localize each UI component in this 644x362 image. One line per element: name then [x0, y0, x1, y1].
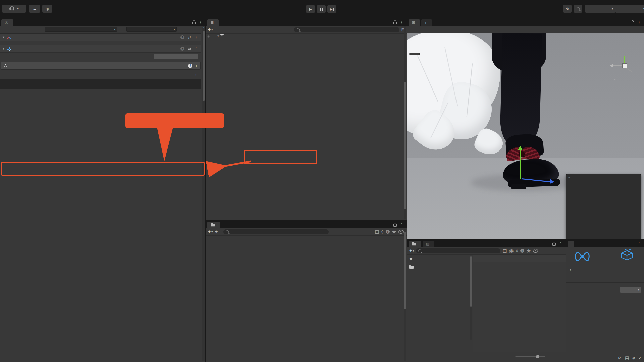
zoom-slider[interactable]: [515, 356, 545, 357]
kebab-menu-icon[interactable]: ⋮: [199, 20, 202, 25]
warning-filter-icon[interactable]: !: [520, 249, 524, 253]
drag-handle-icon[interactable]: =: [568, 176, 570, 179]
hierarchy-toolbar: +▾ ⊡: [206, 26, 407, 34]
lock-icon[interactable]: [631, 22, 634, 24]
foldout-icon: ▼: [2, 36, 5, 39]
open-window-icon[interactable]: ⊡: [502, 248, 507, 254]
scene-viewport[interactable]: ≡ =: [407, 33, 644, 239]
particle-module-icon: [3, 64, 8, 68]
favorites-filter-icon[interactable]: ★: [526, 248, 531, 254]
gizmo-view-label[interactable]: ≡: [614, 78, 617, 81]
foldout-icon[interactable]: ▼: [216, 35, 220, 38]
account-button[interactable]: ▾: [2, 5, 26, 13]
folder-icon: [412, 243, 416, 246]
warning-filter-icon[interactable]: !: [386, 230, 390, 234]
particle-system-list-header[interactable]: ! +: [1, 62, 201, 70]
presets-icon[interactable]: ⇄: [188, 35, 191, 40]
particle-system-header[interactable]: ▼ ?⇄⋮: [0, 45, 201, 53]
lock-icon[interactable]: [552, 243, 556, 246]
selection-rect: [510, 178, 518, 184]
tag-dropdown[interactable]: ▾: [45, 27, 117, 32]
asset-labels-icon[interactable]: ⬨: [381, 229, 383, 235]
expressions-parameter-usage-header[interactable]: ▼: [566, 268, 644, 272]
layout-dropdown[interactable]: ▾: [615, 5, 644, 13]
particle-main-module: [0, 70, 201, 71]
check-status-icon[interactable]: ✓: [638, 355, 642, 360]
gizmo-y-axis[interactable]: [520, 150, 521, 179]
project-right-search-input[interactable]: [416, 248, 500, 253]
tab-game[interactable]: ◗: [421, 19, 432, 26]
project-scrollbar[interactable]: [404, 229, 406, 361]
kebab-menu-icon[interactable]: ⋮: [637, 20, 641, 25]
favorites-header[interactable]: ★: [407, 256, 473, 261]
scene-root-row[interactable]: ◉ ▼: [206, 33, 403, 39]
asset-store-icon[interactable]: ◉: [509, 248, 514, 254]
lock-icon[interactable]: [393, 224, 397, 227]
play-button[interactable]: ▶: [306, 5, 315, 13]
help-icon[interactable]: ?: [180, 47, 184, 51]
create-button[interactable]: +▾: [208, 229, 213, 234]
hierarchy-search-input[interactable]: [294, 27, 399, 32]
lock-icon[interactable]: [192, 22, 196, 24]
tab-console[interactable]: ▤: [423, 241, 434, 247]
favorite-star-icon[interactable]: ★: [215, 230, 218, 234]
ma-information-panel: ⋮ ▼ ▾ ⊘ ▤ ⌀ ✓: [566, 240, 644, 362]
hierarchy-scrollbar[interactable]: ▲: [404, 26, 406, 219]
capture-icon[interactable]: ▤: [625, 355, 629, 360]
presets-icon[interactable]: ⇄: [188, 47, 191, 51]
parameter-usage-bar: [569, 274, 641, 279]
kebab-menu-icon[interactable]: ⋮: [194, 73, 201, 78]
tab-scene[interactable]: ⊞: [409, 19, 420, 26]
help-icon[interactable]: ?: [180, 35, 184, 39]
hidden-count-badge[interactable]: [533, 249, 539, 253]
scene-icon: ⊞: [412, 20, 415, 25]
assets-root-row[interactable]: [407, 264, 473, 269]
kebab-menu-icon[interactable]: ⋮: [194, 35, 198, 40]
tab-project[interactable]: [207, 222, 220, 228]
kebab-menu-icon[interactable]: ⋮: [637, 242, 641, 246]
kebab-menu-icon[interactable]: ⋮: [400, 20, 404, 25]
warning-icon: !: [188, 64, 192, 68]
tool-strip: [409, 53, 420, 55]
transform-header[interactable]: ▼ ?⇄⋮: [0, 33, 201, 41]
project-right-toolbar: +▾ ⊡ ◉ ⬨ ! ★: [407, 247, 566, 255]
tab-ma-information[interactable]: [568, 241, 574, 247]
cloud-button[interactable]: ☁: [29, 5, 40, 13]
hub-button[interactable]: ◎: [42, 5, 52, 13]
tab-inspector[interactable]: ⓘ: [1, 19, 13, 26]
gizmo-disabled-icon[interactable]: ⌀: [632, 355, 635, 360]
tab-hierarchy[interactable]: ☰: [207, 19, 219, 26]
project-bottom-bar: [407, 352, 566, 362]
project-search-input[interactable]: [223, 229, 329, 234]
open-window-icon[interactable]: ⊡: [375, 229, 379, 235]
open-editor-button[interactable]: [154, 54, 198, 59]
list-icon: ☰: [211, 21, 214, 24]
step-button[interactable]: ▶: [327, 5, 336, 13]
folders-scrollbar[interactable]: [470, 256, 472, 340]
kebab-menu-icon[interactable]: ⋮: [194, 47, 198, 51]
lock-icon[interactable]: [393, 22, 397, 24]
favorites-filter-icon[interactable]: ★: [392, 229, 396, 235]
debug-disabled-icon[interactable]: ⊘: [618, 355, 622, 360]
layer-dropdown[interactable]: ▾: [126, 27, 177, 32]
add-icon[interactable]: +: [195, 63, 198, 68]
kebab-menu-icon[interactable]: ⋮: [400, 223, 404, 227]
annotation-bubble: [125, 113, 224, 128]
tab-project-right[interactable]: [409, 241, 421, 247]
global-search-button[interactable]: [574, 5, 582, 13]
kebab-menu-icon[interactable]: ⋮: [559, 242, 562, 246]
pause-button[interactable]: [317, 5, 326, 13]
asset-labels-icon[interactable]: ⬨: [516, 248, 518, 254]
editor-language-dropdown[interactable]: ▾: [620, 287, 641, 293]
create-button[interactable]: +▾: [409, 248, 414, 253]
undo-history-button[interactable]: ⟲: [563, 5, 572, 13]
eye-icon[interactable]: ◉: [207, 35, 210, 38]
layers-dropdown[interactable]: ▾: [585, 5, 616, 13]
particle-curves-header[interactable]: ⋮: [0, 72, 201, 79]
gizmo-z-arrowhead: [550, 179, 554, 184]
search-icon: [577, 7, 580, 10]
create-button[interactable]: +▾: [208, 27, 213, 32]
zoom-slider-knob[interactable]: [536, 355, 539, 358]
inspector-scrollbar[interactable]: ▲: [202, 26, 205, 361]
avatar: [9, 6, 14, 11]
